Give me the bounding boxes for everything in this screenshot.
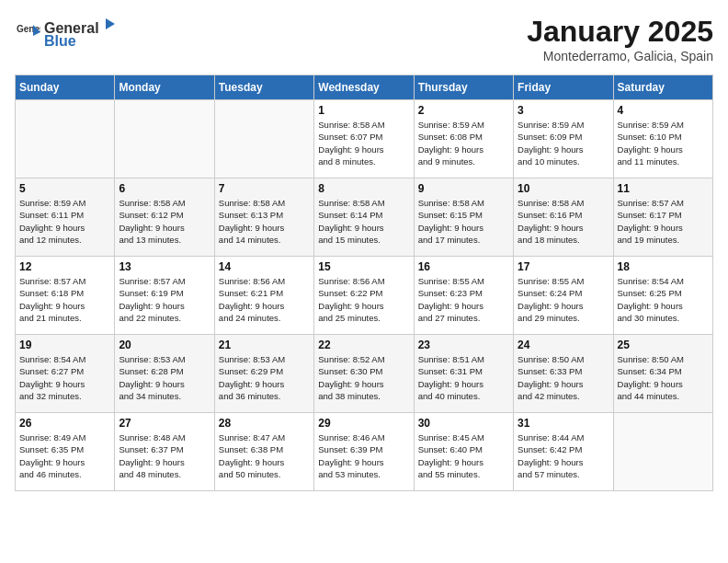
- day-info: Sunrise: 8:53 AM Sunset: 6:29 PM Dayligh…: [219, 353, 310, 402]
- day-number: 5: [19, 182, 110, 195]
- day-number: 8: [318, 182, 409, 195]
- header: General General Blue January 2025 Monted…: [15, 15, 713, 63]
- calendar-header-row: SundayMondayTuesdayWednesdayThursdayFrid…: [16, 75, 713, 100]
- day-info: Sunrise: 8:58 AM Sunset: 6:07 PM Dayligh…: [318, 119, 409, 167]
- logo: General General Blue: [15, 15, 119, 50]
- week-row-2: 5Sunrise: 8:59 AM Sunset: 6:11 PM Daylig…: [16, 178, 713, 257]
- calendar-cell: 16Sunrise: 8:55 AM Sunset: 6:23 PM Dayli…: [414, 257, 513, 335]
- calendar-cell: 2Sunrise: 8:59 AM Sunset: 6:08 PM Daylig…: [414, 100, 513, 178]
- day-info: Sunrise: 8:52 AM Sunset: 6:30 PM Dayligh…: [318, 353, 409, 402]
- day-info: Sunrise: 8:55 AM Sunset: 6:24 PM Dayligh…: [518, 275, 609, 324]
- day-info: Sunrise: 8:59 AM Sunset: 6:09 PM Dayligh…: [518, 119, 609, 167]
- day-number: 3: [518, 104, 609, 117]
- week-row-3: 12Sunrise: 8:57 AM Sunset: 6:18 PM Dayli…: [16, 257, 713, 335]
- day-info: Sunrise: 8:53 AM Sunset: 6:28 PM Dayligh…: [119, 353, 210, 402]
- day-info: Sunrise: 8:56 AM Sunset: 6:22 PM Dayligh…: [318, 275, 409, 324]
- calendar-cell: 17Sunrise: 8:55 AM Sunset: 6:24 PM Dayli…: [514, 257, 613, 335]
- day-number: 18: [618, 260, 709, 273]
- week-row-1: 1Sunrise: 8:58 AM Sunset: 6:07 PM Daylig…: [16, 100, 713, 178]
- day-info: Sunrise: 8:58 AM Sunset: 6:14 PM Dayligh…: [318, 197, 409, 246]
- header-wednesday: Wednesday: [314, 75, 414, 100]
- day-info: Sunrise: 8:58 AM Sunset: 6:12 PM Dayligh…: [119, 197, 210, 246]
- header-tuesday: Tuesday: [214, 75, 313, 100]
- calendar-cell: [613, 413, 712, 491]
- week-row-5: 26Sunrise: 8:49 AM Sunset: 6:35 PM Dayli…: [16, 413, 713, 491]
- day-number: 21: [219, 339, 310, 351]
- header-friday: Friday: [514, 75, 613, 100]
- day-info: Sunrise: 8:47 AM Sunset: 6:38 PM Dayligh…: [219, 431, 310, 480]
- day-number: 4: [618, 104, 709, 117]
- day-number: 27: [119, 417, 210, 430]
- calendar-cell: 1Sunrise: 8:58 AM Sunset: 6:07 PM Daylig…: [314, 100, 414, 178]
- calendar-cell: 23Sunrise: 8:51 AM Sunset: 6:31 PM Dayli…: [414, 335, 513, 413]
- day-number: 19: [19, 339, 110, 351]
- day-info: Sunrise: 8:50 AM Sunset: 6:33 PM Dayligh…: [518, 353, 609, 402]
- calendar-cell: [16, 100, 115, 178]
- day-info: Sunrise: 8:58 AM Sunset: 6:13 PM Dayligh…: [219, 197, 310, 246]
- calendar-table: SundayMondayTuesdayWednesdayThursdayFrid…: [15, 75, 713, 491]
- day-number: 25: [618, 339, 709, 351]
- header-monday: Monday: [115, 75, 214, 100]
- calendar-cell: 14Sunrise: 8:56 AM Sunset: 6:21 PM Dayli…: [214, 257, 313, 335]
- day-info: Sunrise: 8:45 AM Sunset: 6:40 PM Dayligh…: [418, 431, 509, 480]
- calendar-cell: 12Sunrise: 8:57 AM Sunset: 6:18 PM Dayli…: [16, 257, 115, 335]
- day-info: Sunrise: 8:57 AM Sunset: 6:17 PM Dayligh…: [618, 197, 709, 246]
- calendar-cell: [214, 100, 313, 178]
- calendar-cell: 24Sunrise: 8:50 AM Sunset: 6:33 PM Dayli…: [514, 335, 613, 413]
- calendar-cell: 7Sunrise: 8:58 AM Sunset: 6:13 PM Daylig…: [214, 178, 313, 257]
- day-info: Sunrise: 8:56 AM Sunset: 6:21 PM Dayligh…: [219, 275, 310, 324]
- calendar-cell: 25Sunrise: 8:50 AM Sunset: 6:34 PM Dayli…: [613, 335, 712, 413]
- day-number: 20: [119, 339, 210, 351]
- week-row-4: 19Sunrise: 8:54 AM Sunset: 6:27 PM Dayli…: [16, 335, 713, 413]
- calendar-cell: 10Sunrise: 8:58 AM Sunset: 6:16 PM Dayli…: [514, 178, 613, 257]
- calendar-cell: 26Sunrise: 8:49 AM Sunset: 6:35 PM Dayli…: [16, 413, 115, 491]
- day-number: 10: [518, 182, 609, 195]
- day-number: 23: [418, 339, 509, 351]
- calendar-cell: 4Sunrise: 8:59 AM Sunset: 6:10 PM Daylig…: [613, 100, 712, 178]
- calendar-cell: 11Sunrise: 8:57 AM Sunset: 6:17 PM Dayli…: [613, 178, 712, 257]
- day-info: Sunrise: 8:59 AM Sunset: 6:08 PM Dayligh…: [418, 119, 509, 167]
- day-info: Sunrise: 8:48 AM Sunset: 6:37 PM Dayligh…: [119, 431, 210, 480]
- svg-marker-2: [106, 18, 115, 29]
- calendar-cell: 13Sunrise: 8:57 AM Sunset: 6:19 PM Dayli…: [115, 257, 214, 335]
- day-number: 17: [518, 260, 609, 273]
- day-number: 16: [418, 260, 509, 273]
- calendar-cell: 28Sunrise: 8:47 AM Sunset: 6:38 PM Dayli…: [214, 413, 313, 491]
- calendar-cell: 8Sunrise: 8:58 AM Sunset: 6:14 PM Daylig…: [314, 178, 414, 257]
- day-info: Sunrise: 8:44 AM Sunset: 6:42 PM Dayligh…: [518, 431, 609, 480]
- calendar-cell: 21Sunrise: 8:53 AM Sunset: 6:29 PM Dayli…: [214, 335, 313, 413]
- day-number: 9: [418, 182, 509, 195]
- day-info: Sunrise: 8:58 AM Sunset: 6:15 PM Dayligh…: [418, 197, 509, 246]
- day-info: Sunrise: 8:57 AM Sunset: 6:19 PM Dayligh…: [119, 275, 210, 324]
- calendar-cell: 18Sunrise: 8:54 AM Sunset: 6:25 PM Dayli…: [613, 257, 712, 335]
- day-number: 1: [318, 104, 409, 117]
- calendar-cell: 19Sunrise: 8:54 AM Sunset: 6:27 PM Dayli…: [16, 335, 115, 413]
- day-info: Sunrise: 8:51 AM Sunset: 6:31 PM Dayligh…: [418, 353, 509, 402]
- day-info: Sunrise: 8:49 AM Sunset: 6:35 PM Dayligh…: [19, 431, 110, 480]
- day-info: Sunrise: 8:58 AM Sunset: 6:16 PM Dayligh…: [518, 197, 609, 246]
- calendar-cell: 22Sunrise: 8:52 AM Sunset: 6:30 PM Dayli…: [314, 335, 414, 413]
- day-info: Sunrise: 8:57 AM Sunset: 6:18 PM Dayligh…: [19, 275, 110, 324]
- day-number: 11: [618, 182, 709, 195]
- day-info: Sunrise: 8:50 AM Sunset: 6:34 PM Dayligh…: [618, 353, 709, 402]
- day-number: 6: [119, 182, 210, 195]
- calendar-cell: 20Sunrise: 8:53 AM Sunset: 6:28 PM Dayli…: [115, 335, 214, 413]
- day-info: Sunrise: 8:46 AM Sunset: 6:39 PM Dayligh…: [318, 431, 409, 480]
- day-number: 22: [318, 339, 409, 351]
- header-saturday: Saturday: [613, 75, 712, 100]
- calendar-cell: 9Sunrise: 8:58 AM Sunset: 6:15 PM Daylig…: [414, 178, 513, 257]
- title-area: January 2025 Montederramo, Galicia, Spai…: [527, 15, 713, 63]
- header-sunday: Sunday: [16, 75, 115, 100]
- day-number: 13: [119, 260, 210, 273]
- day-number: 29: [318, 417, 409, 430]
- month-title: January 2025: [527, 15, 713, 49]
- day-number: 28: [219, 417, 310, 430]
- calendar-cell: 6Sunrise: 8:58 AM Sunset: 6:12 PM Daylig…: [115, 178, 214, 257]
- day-number: 30: [418, 417, 509, 430]
- day-number: 31: [518, 417, 609, 430]
- day-info: Sunrise: 8:55 AM Sunset: 6:23 PM Dayligh…: [418, 275, 509, 324]
- day-number: 24: [518, 339, 609, 351]
- header-thursday: Thursday: [414, 75, 513, 100]
- calendar-cell: 27Sunrise: 8:48 AM Sunset: 6:37 PM Dayli…: [115, 413, 214, 491]
- logo-icon: General: [15, 19, 40, 45]
